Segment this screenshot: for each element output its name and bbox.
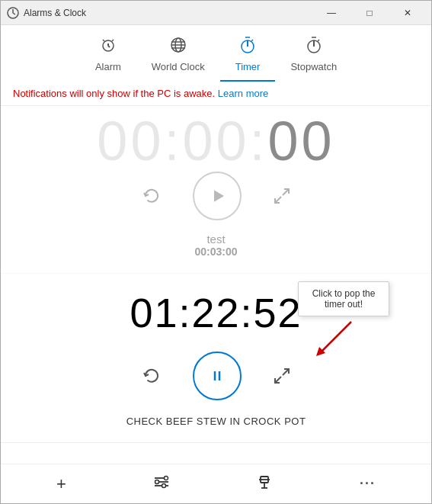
svg-line-29 [275,377,281,383]
svg-point-34 [155,480,158,484]
close-button[interactable]: ✕ [390,1,425,25]
timer-2-controls [141,352,292,400]
manage-timers-button[interactable] [144,467,179,500]
add-timer-button[interactable]: + [47,468,75,500]
add-icon: + [56,474,66,494]
content-area: 00:00:00 [1,106,431,464]
nav-stopwatch-label: Stopwatch [290,61,337,72]
timer-1-reset-icon[interactable] [141,185,162,207]
window-controls: — □ ✕ [314,1,425,25]
timer-1-clipped-display: 00:00:00 [97,118,334,172]
svg-line-7 [112,40,114,41]
manage-icon [153,474,170,494]
svg-line-2 [13,13,15,14]
timer-1-expand-icon[interactable] [272,186,292,206]
svg-point-35 [162,484,165,488]
timer-1-label-name: test [206,233,225,246]
timer-1-play-button[interactable] [193,172,242,220]
timer-2-reset-icon[interactable] [141,365,162,387]
timer-1-label-time: 00:03:00 [194,246,237,258]
nav-bar: Alarm World Clock [1,25,431,82]
timer-2-label-name: CHECK BEEF STEW IN CROCK POT [126,416,306,427]
nav-alarm[interactable]: Alarm [80,31,136,82]
svg-point-33 [164,477,168,480]
tooltip-box: Click to pop the timer out! [298,281,389,316]
svg-line-23 [275,197,281,203]
timer-1-section: 00:00:00 [1,106,431,274]
bottom-toolbar: + [1,464,431,503]
notification-bar: Notifications will only show if the PC i… [1,82,431,106]
timer-icon [238,36,257,58]
svg-line-24 [321,322,351,352]
app-window: Alarms & Clock — □ ✕ Alarm [0,0,432,504]
nav-world-clock-label: World Clock [152,61,205,72]
window-title: Alarms & Clock [24,8,314,18]
nav-alarm-label: Alarm [95,61,121,72]
timer-2-pause-button[interactable] [193,352,242,400]
maximize-button[interactable]: □ [352,1,387,25]
notification-text: Notifications will only show if the PC i… [13,88,215,99]
pin-icon [256,474,273,494]
title-bar: Alarms & Clock — □ ✕ [1,1,431,25]
svg-line-6 [103,40,104,41]
world-clock-icon [169,36,187,58]
nav-timer-label: Timer [235,61,261,72]
svg-line-28 [283,369,289,375]
timer-1-controls [141,172,292,220]
pin-button[interactable] [247,467,282,500]
svg-marker-21 [215,191,222,201]
timer-2-display: 01:22:52 [130,289,302,336]
tooltip-text: Click to pop the timer out! [312,288,376,310]
timer-2-section: Click to pop the timer out! 01:22:52 [1,274,431,443]
learn-more-link[interactable]: Learn more [218,88,268,99]
nav-timer[interactable]: Timer [220,31,276,82]
svg-line-20 [318,40,319,41]
nav-world-clock[interactable]: World Clock [136,31,220,82]
timer-1-time-clipped: 00:00:00 [97,118,334,169]
svg-line-5 [108,46,110,47]
stopwatch-icon [305,36,323,58]
app-icon [7,7,19,19]
tooltip-container: Click to pop the timer out! [298,281,389,360]
alarm-icon [99,36,117,58]
timer-2-expand-icon[interactable] [272,366,292,386]
more-options-button[interactable]: ··· [350,470,385,498]
more-icon: ··· [360,476,376,492]
svg-line-22 [283,189,289,195]
svg-line-16 [251,40,253,41]
nav-stopwatch[interactable]: Stopwatch [275,31,352,82]
minimize-button[interactable]: — [314,1,349,25]
